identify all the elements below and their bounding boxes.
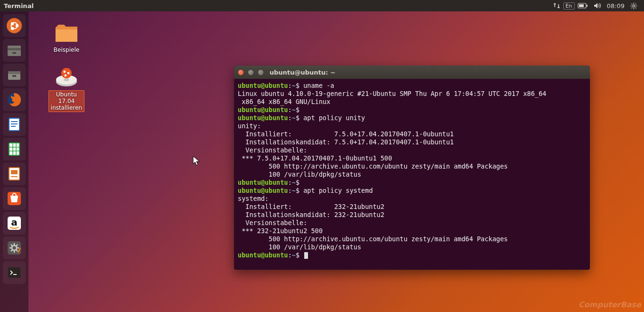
svg-point-50 bbox=[65, 75, 67, 77]
launcher-calc[interactable] bbox=[3, 138, 26, 161]
svg-rect-21 bbox=[8, 71, 20, 74]
battery-icon[interactable] bbox=[575, 3, 591, 9]
svg-point-48 bbox=[64, 71, 66, 73]
svg-rect-19 bbox=[12, 52, 16, 54]
svg-rect-35 bbox=[11, 170, 18, 174]
terminal-titlebar[interactable]: ubuntu@ubuntu: ~ bbox=[234, 66, 590, 79]
svg-line-11 bbox=[632, 7, 633, 8]
sound-icon[interactable] bbox=[591, 2, 604, 9]
gear-icon[interactable] bbox=[627, 2, 640, 9]
cursor-icon bbox=[193, 156, 200, 168]
desktop-icon-label: Ubuntu 17.04 installieren bbox=[48, 90, 84, 112]
terminal-title: ubuntu@ubuntu: ~ bbox=[270, 69, 336, 76]
svg-rect-2 bbox=[579, 4, 584, 7]
close-icon[interactable] bbox=[238, 69, 244, 76]
disc-icon bbox=[54, 66, 79, 88]
svg-rect-1 bbox=[587, 5, 588, 7]
launcher-firefox[interactable] bbox=[3, 88, 26, 111]
svg-point-49 bbox=[67, 72, 70, 75]
launcher-settings[interactable] bbox=[3, 236, 26, 259]
launcher-dash[interactable] bbox=[3, 14, 26, 37]
svg-point-47 bbox=[61, 68, 72, 78]
launcher-software[interactable] bbox=[3, 187, 26, 210]
launcher-impress[interactable] bbox=[3, 162, 26, 185]
launcher-files[interactable] bbox=[3, 39, 26, 62]
svg-rect-17 bbox=[8, 46, 21, 56]
svg-point-46 bbox=[64, 78, 69, 81]
launcher-terminal[interactable] bbox=[3, 261, 26, 284]
desktop-icon-installer[interactable]: Ubuntu 17.04 installieren bbox=[40, 66, 93, 112]
svg-point-3 bbox=[633, 5, 635, 7]
svg-rect-29 bbox=[9, 143, 19, 155]
desktop-icon-label: Beispiele bbox=[54, 47, 79, 53]
svg-line-9 bbox=[635, 7, 636, 8]
clock[interactable]: 08:09 bbox=[604, 2, 627, 9]
terminal-body[interactable]: ubuntu@ubuntu:~$ uname -aLinux ubuntu 4.… bbox=[234, 79, 590, 270]
svg-rect-22 bbox=[12, 75, 16, 77]
svg-line-10 bbox=[635, 3, 636, 4]
launcher-writer[interactable] bbox=[3, 113, 26, 136]
launcher-archive[interactable] bbox=[3, 64, 26, 86]
folder-icon bbox=[54, 23, 79, 45]
active-app-title: Terminal bbox=[4, 2, 34, 9]
svg-rect-18 bbox=[8, 48, 21, 50]
language-indicator[interactable]: En bbox=[563, 2, 575, 9]
minimize-icon[interactable] bbox=[248, 69, 254, 76]
svg-point-12 bbox=[7, 18, 22, 33]
svg-text:a: a bbox=[11, 217, 18, 228]
desktop-icon-examples[interactable]: Beispiele bbox=[40, 23, 93, 53]
svg-line-8 bbox=[632, 3, 633, 4]
launcher-amazon[interactable]: a bbox=[3, 212, 26, 235]
maximize-icon[interactable] bbox=[258, 69, 264, 76]
network-icon[interactable] bbox=[550, 2, 563, 9]
svg-rect-42 bbox=[8, 267, 20, 278]
watermark: ComputerBase bbox=[579, 300, 641, 309]
launcher: a bbox=[0, 11, 28, 312]
terminal-window: ubuntu@ubuntu: ~ ubuntu@ubuntu:~$ uname … bbox=[234, 66, 590, 270]
top-panel: Terminal En 08:09 bbox=[0, 0, 644, 11]
